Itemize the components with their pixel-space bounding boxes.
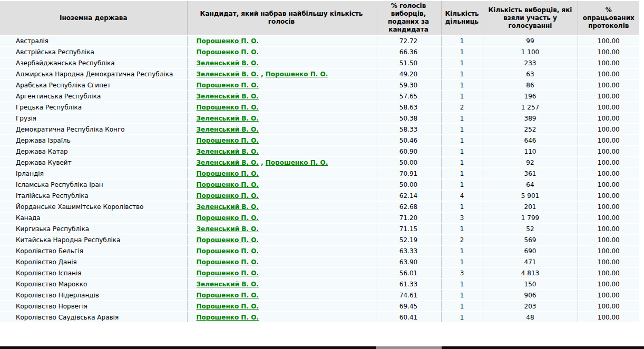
candidate-link[interactable]: Порошенко П. О.	[197, 247, 259, 255]
candidate-cell: Порошенко П. О.	[187, 267, 376, 278]
vote-percent-cell: 60.41	[376, 312, 441, 323]
country-cell: Демократична Республіка Конго	[0, 124, 187, 135]
candidate-cell: Порошенко П. О.	[187, 168, 376, 179]
candidate-cell: Зеленський В. О. , Порошенко П. О.	[187, 157, 376, 168]
table-row: Грецька РеспублікаПорошенко П. О.58.6321…	[0, 102, 639, 113]
candidate-link[interactable]: Зеленський В. О.	[197, 159, 259, 166]
stations-count-cell: 1	[441, 135, 483, 146]
protocols-percent-cell: 100.00	[578, 57, 639, 68]
candidate-link[interactable]: Порошенко П. О.	[266, 159, 328, 166]
candidate-cell: Порошенко П. О.	[187, 135, 376, 146]
results-table: Іноземна держава Кандидат, який набрав н…	[0, 1, 639, 323]
candidate-link[interactable]: Зеленський В. О.	[197, 126, 259, 133]
voters-count-cell: 99	[483, 35, 578, 46]
table-row: Королівство ДаніяПорошенко П. О.63.90147…	[0, 256, 639, 267]
vote-percent-cell: 50.38	[376, 113, 441, 124]
table-row: Королівство БельгіяПорошенко П. О.63.331…	[0, 245, 639, 256]
candidate-link[interactable]: Порошенко П. О.	[197, 303, 259, 310]
candidate-link[interactable]: Зеленський В. О.	[197, 115, 259, 122]
candidate-link[interactable]: Зеленський В. О.	[197, 71, 259, 78]
candidate-link[interactable]: Порошенко П. О.	[197, 170, 259, 177]
protocols-percent-cell: 100.00	[578, 179, 639, 190]
candidate-link[interactable]: Зеленський В. О.	[197, 93, 259, 100]
candidate-cell: Зеленський В. О.	[187, 146, 376, 157]
country-cell: Аргентинська Республіка	[0, 91, 187, 102]
candidate-cell: Зеленський В. О.	[187, 223, 376, 234]
candidate-link[interactable]: Порошенко П. О.	[197, 181, 259, 188]
candidate-link[interactable]: Зеленський В. О.	[197, 148, 259, 155]
candidate-link[interactable]: Зеленський В. О.	[197, 225, 259, 233]
country-cell: Держава Ізраїль	[0, 135, 187, 146]
country-cell: Королівство Норвегія	[0, 301, 187, 312]
candidate-link[interactable]: Порошенко П. О.	[197, 314, 259, 321]
voters-count-cell: 389	[483, 113, 578, 124]
col-header-stations: Кількість дільниць	[441, 1, 483, 35]
vote-percent-cell: 71.20	[376, 212, 441, 223]
country-cell: Канада	[0, 212, 187, 223]
table-row: Королівство ІспаніяПорошенко П. О.56.013…	[0, 267, 639, 278]
voters-count-cell: 646	[483, 135, 578, 146]
candidate-link[interactable]: Порошенко П. О.	[197, 270, 259, 277]
candidate-separator: ,	[259, 71, 266, 78]
candidate-link[interactable]: Порошенко П. О.	[197, 37, 259, 45]
protocols-percent-cell: 100.00	[578, 312, 639, 323]
stations-count-cell: 1	[441, 35, 483, 46]
scrollbar-segment	[376, 346, 442, 349]
candidate-link[interactable]: Порошенко П. О.	[197, 137, 259, 144]
candidate-cell: Порошенко П. О.	[187, 301, 376, 312]
stations-count-cell: 1	[441, 46, 483, 57]
country-cell: Азербайджанська Республіка	[0, 57, 187, 68]
vote-percent-cell: 49.20	[376, 68, 441, 79]
vote-percent-cell: 58.63	[376, 102, 441, 113]
candidate-cell: Зеленський В. О.	[187, 278, 376, 290]
candidate-cell: Порошенко П. О.	[187, 179, 376, 190]
country-cell: Алжирська Народна Демократична Республік…	[0, 68, 187, 79]
candidate-cell: Порошенко П. О.	[187, 245, 376, 256]
protocols-percent-cell: 100.00	[578, 68, 639, 79]
protocols-percent-cell: 100.00	[578, 290, 639, 301]
voters-count-cell: 4 813	[483, 267, 578, 278]
candidate-link[interactable]: Порошенко П. О.	[197, 104, 259, 111]
vote-percent-cell: 72.72	[376, 35, 441, 46]
candidate-link[interactable]: Порошенко П. О.	[197, 292, 259, 299]
voters-count-cell: 471	[483, 256, 578, 267]
candidate-link[interactable]: Порошенко П. О.	[197, 192, 259, 200]
stations-count-cell: 3	[441, 267, 483, 278]
protocols-percent-cell: 100.00	[578, 267, 639, 278]
stations-count-cell: 1	[441, 223, 483, 234]
table-row: Італійська РеспублікаПорошенко П. О.62.1…	[0, 190, 639, 201]
candidate-cell: Порошенко П. О.	[187, 46, 376, 57]
candidate-cell: Порошенко П. О.	[187, 290, 376, 301]
stations-count-cell: 1	[441, 146, 483, 157]
candidate-cell: Порошенко П. О.	[187, 35, 376, 46]
vote-percent-cell: 61.33	[376, 278, 441, 290]
col-header-vote-percent: % голосів виборців, поданих за кандидата	[376, 1, 441, 35]
candidate-link[interactable]: Порошенко П. О.	[197, 48, 259, 56]
stations-count-cell: 1	[441, 201, 483, 212]
voters-count-cell: 1 257	[483, 102, 578, 113]
vote-percent-cell: 56.01	[376, 267, 441, 278]
voters-count-cell: 1 799	[483, 212, 578, 223]
table-row: Держава КатарЗеленський В. О.60.90111010…	[0, 146, 639, 157]
protocols-percent-cell: 100.00	[578, 35, 639, 46]
protocols-percent-cell: 100.00	[578, 91, 639, 102]
table-row: Китайська Народна РеспублікаПорошенко П.…	[0, 234, 639, 245]
candidate-cell: Зеленський В. О.	[187, 113, 376, 124]
candidate-link[interactable]: Порошенко П. О.	[197, 258, 259, 266]
table-row: Алжирська Народна Демократична Республік…	[0, 68, 639, 79]
voters-count-cell: 361	[483, 168, 578, 179]
candidate-link[interactable]: Порошенко П. О.	[197, 236, 259, 244]
candidate-link[interactable]: Зеленський В. О.	[197, 281, 259, 288]
col-header-protocols: % опрацьованих протоколів	[578, 1, 639, 35]
candidate-link[interactable]: Зеленський В. О.	[197, 59, 259, 67]
country-cell: Йорданське Хашимітське Королівство	[0, 201, 187, 212]
table-body: АвстраліяПорошенко П. О.72.72199100.00Ав…	[0, 35, 639, 323]
country-cell: Киргизька Республіка	[0, 223, 187, 234]
window-bottom-edge	[0, 346, 644, 349]
candidate-link[interactable]: Порошенко П. О.	[266, 71, 328, 78]
candidate-link[interactable]: Порошенко П. О.	[197, 82, 259, 89]
stations-count-cell: 1	[441, 301, 483, 312]
candidate-link[interactable]: Порошенко П. О.	[197, 214, 259, 222]
candidate-link[interactable]: Зеленський В. О.	[197, 203, 259, 211]
table-row: Австрійська РеспублікаПорошенко П. О.66.…	[0, 46, 639, 57]
